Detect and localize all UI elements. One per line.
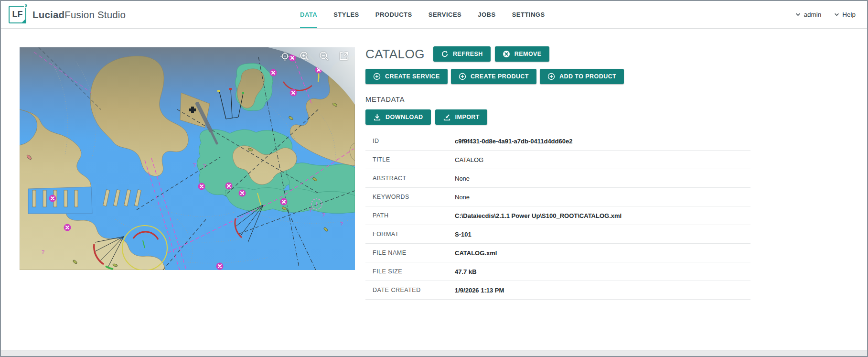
metadata-row-format: FORMAT S-101: [365, 225, 750, 244]
metadata-label: ABSTRACT: [373, 175, 455, 182]
metadata-label: FILE SIZE: [373, 268, 455, 275]
metadata-value: None: [455, 194, 470, 201]
metadata-value: None: [455, 175, 470, 182]
logo-initials: LF: [12, 10, 23, 20]
create-product-label: CREATE PRODUCT: [471, 73, 529, 80]
plus-circle-icon: [547, 73, 555, 80]
metadata-label: PATH: [373, 212, 455, 219]
metadata-actions-row: DOWNLOAD IMPORT: [365, 109, 856, 125]
metadata-heading: METADATA: [365, 96, 856, 103]
metadata-row-id: ID c9f9f431-0d8e-4a91-a7db-0411d4dd60e2: [365, 132, 750, 151]
svg-text:!: !: [316, 201, 318, 208]
chevron-down-icon: [834, 12, 839, 17]
svg-text:?: ?: [193, 162, 196, 168]
metadata-value: c9f9f431-0d8e-4a91-a7db-0411d4dd60e2: [455, 138, 572, 145]
tab-data[interactable]: DATA: [300, 1, 317, 28]
svg-text:?: ?: [203, 163, 206, 169]
metadata-row-path: PATH C:\Data\ecdis\2.1.1 Power Up\S100_R…: [365, 206, 750, 225]
open-fullscreen-icon[interactable]: [338, 50, 350, 62]
metadata-row-date-created: DATE CREATED 1/9/2026 1:13 PM: [365, 281, 750, 300]
tab-services[interactable]: SERVICES: [429, 1, 462, 28]
help-menu-label: Help: [842, 11, 856, 18]
nautical-chart-svg: ! ?? ?? ??: [20, 47, 355, 270]
refresh-button-label: REFRESH: [453, 51, 483, 57]
metadata-table: ID c9f9f431-0d8e-4a91-a7db-0411d4dd60e2 …: [365, 132, 750, 300]
metadata-value: C:\Data\ecdis\2.1.1 Power Up\S100_ROOT\C…: [455, 212, 622, 219]
download-icon: [373, 113, 381, 121]
refresh-icon: [441, 50, 449, 58]
metadata-label: DATE CREATED: [373, 287, 455, 293]
title-row: CATALOG REFRESH REMOVE: [365, 46, 856, 62]
metadata-value: CATALOG: [455, 156, 483, 163]
remove-icon: [503, 50, 510, 58]
brand-name: LuciadFusion Studio: [32, 9, 126, 21]
import-icon: [443, 113, 451, 121]
plus-circle-icon: [459, 73, 466, 80]
download-button[interactable]: DOWNLOAD: [365, 109, 431, 125]
header-right-menu: admin Help: [795, 1, 856, 28]
page-title: CATALOG: [365, 47, 425, 62]
logo-icon: LF s: [9, 6, 26, 23]
create-actions-row: CREATE SERVICE CREATE PRODUCT ADD TO PRO…: [365, 69, 856, 84]
zoom-in-icon[interactable]: [299, 50, 311, 62]
metadata-label: TITLE: [373, 156, 455, 163]
metadata-row-file-name: FILE NAME CATALOG.xml: [365, 244, 750, 262]
metadata-label: ID: [373, 138, 455, 144]
window-bottom-strip: [1, 350, 867, 356]
svg-text:?: ?: [309, 207, 312, 213]
brand-name-bold: Luciad: [32, 9, 64, 20]
metadata-row-file-size: FILE SIZE 47.7 kB: [365, 262, 750, 281]
locate-icon[interactable]: [279, 50, 291, 62]
admin-menu-label: admin: [804, 11, 821, 18]
svg-text:?: ?: [340, 221, 343, 227]
metadata-value: 1/9/2026 1:13 PM: [455, 287, 504, 294]
import-button-label: IMPORT: [455, 114, 480, 120]
svg-text:?: ?: [42, 249, 44, 255]
remove-button-label: REMOVE: [514, 51, 542, 57]
metadata-row-abstract: ABSTRACT None: [365, 169, 750, 188]
download-button-label: DOWNLOAD: [386, 114, 423, 120]
import-button[interactable]: IMPORT: [435, 109, 487, 125]
logo-superscript: s: [24, 3, 28, 8]
metadata-label: FILE NAME: [373, 249, 455, 256]
refresh-button[interactable]: REFRESH: [433, 46, 491, 62]
plus-circle-icon: [373, 73, 381, 80]
create-product-button[interactable]: CREATE PRODUCT: [451, 69, 536, 84]
tab-products[interactable]: PRODUCTS: [375, 1, 412, 28]
create-service-button[interactable]: CREATE SERVICE: [365, 69, 448, 84]
tab-jobs[interactable]: JOBS: [478, 1, 495, 28]
metadata-label: FORMAT: [373, 231, 455, 238]
main-nav: DATA STYLES PRODUCTS SERVICES JOBS SETTI…: [300, 1, 622, 28]
metadata-value: S-101: [455, 231, 472, 238]
tab-settings[interactable]: SETTINGS: [512, 1, 545, 28]
help-menu[interactable]: Help: [834, 11, 856, 18]
metadata-label: KEYWORDS: [373, 194, 455, 200]
top-header: LF s LuciadFusion Studio DATA STYLES PRO…: [1, 1, 867, 29]
add-to-product-label: ADD TO PRODUCT: [559, 73, 616, 80]
metadata-value: CATALOG.xml: [455, 249, 497, 257]
brand-logo[interactable]: LF s LuciadFusion Studio: [9, 1, 126, 28]
chevron-down-icon: [795, 12, 801, 17]
tab-styles[interactable]: STYLES: [333, 1, 359, 28]
zoom-out-icon[interactable]: [318, 50, 330, 62]
create-service-label: CREATE SERVICE: [385, 73, 440, 80]
metadata-row-title: TITLE CATALOG: [365, 151, 750, 169]
metadata-row-keywords: KEYWORDS None: [365, 188, 750, 206]
svg-text:?: ?: [322, 212, 325, 218]
app-window: LF s LuciadFusion Studio DATA STYLES PRO…: [0, 0, 868, 357]
metadata-value: 47.7 kB: [455, 268, 477, 275]
admin-menu[interactable]: admin: [795, 11, 821, 18]
map-controls: [279, 50, 350, 62]
brand-name-rest: Fusion Studio: [64, 9, 126, 20]
map-preview[interactable]: ! ?? ?? ??: [20, 47, 355, 270]
add-to-product-button[interactable]: ADD TO PRODUCT: [540, 69, 624, 84]
detail-panel: CATALOG REFRESH REMOVE: [365, 46, 856, 300]
remove-button[interactable]: REMOVE: [495, 46, 549, 62]
